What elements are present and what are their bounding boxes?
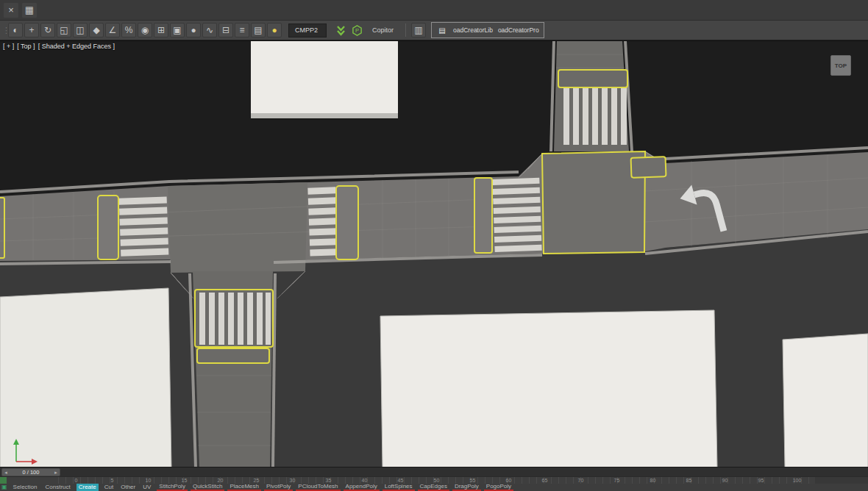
create-chip[interactable]: Create bbox=[77, 484, 99, 491]
ruler-right-pad bbox=[815, 477, 868, 484]
max-application-window: ×▦ ⋮ ◐+↻◱◫◆∠%◉⊞▣●∿⊟≡▤● CMPP2 P Copitor ▥… bbox=[0, 0, 868, 491]
poly-tool-chip[interactable]: CapEdges bbox=[418, 484, 449, 491]
ruler-tick-label: 15 bbox=[166, 477, 202, 484]
ruler-tick-label: 20 bbox=[202, 477, 238, 484]
ruler-tick-label: 75 bbox=[599, 477, 635, 484]
ruler-left-pad bbox=[7, 477, 58, 484]
prev-frame-icon[interactable]: ◄ bbox=[4, 470, 8, 475]
ruler-tick-label: 40 bbox=[346, 477, 383, 484]
poly-tool-chip[interactable]: DragPoly bbox=[452, 484, 481, 491]
toolbar-icon[interactable]: ∿ bbox=[202, 23, 217, 37]
double-chevron-down-icon[interactable] bbox=[333, 23, 348, 37]
poly-tool-chips: StitchPolyQuickStitchPlaceMeshPivotPolyP… bbox=[157, 484, 513, 491]
ruler-tick-label: 0 bbox=[58, 477, 94, 484]
mode-chip[interactable]: UV bbox=[140, 484, 153, 491]
poly-tool-chip[interactable]: LoftSpines bbox=[383, 484, 415, 491]
building-bottom-right[interactable] bbox=[783, 334, 868, 467]
toolbar-icon[interactable]: ● bbox=[267, 23, 282, 37]
ruler-ticks: 0510152025303540455055606570758085909510… bbox=[58, 477, 815, 484]
ruler-tick-label: 65 bbox=[527, 477, 563, 484]
toolbar-icon[interactable]: × bbox=[3, 2, 19, 18]
intersection-1[interactable] bbox=[168, 182, 307, 273]
viewport-label: [ + ] [ Top ] [ Shaded + Edged Faces ] bbox=[3, 43, 115, 50]
poly-tool-chip[interactable]: AppendPoly bbox=[344, 484, 380, 491]
roadcreator-lib-button[interactable]: oadCreatorLib bbox=[453, 26, 493, 34]
ruler-tick-label: 70 bbox=[563, 477, 599, 484]
poly-tool-chip[interactable]: QuickStitch bbox=[191, 484, 224, 491]
toolbar-icon[interactable]: ◐ bbox=[8, 23, 23, 37]
toolbar-icon[interactable]: ⊟ bbox=[218, 23, 233, 37]
main-toolbar: ⋮ ◐+↻◱◫◆∠%◉⊞▣●∿⊟≡▤● CMPP2 P Copitor ▥ ▤ … bbox=[0, 21, 868, 40]
ruler-tick-label: 50 bbox=[419, 477, 455, 484]
hexagon-p-icon[interactable]: P bbox=[349, 23, 364, 37]
poly-tool-chip[interactable]: PivotPoly bbox=[264, 484, 293, 491]
frame-indicator: 0 / 100 bbox=[23, 469, 40, 476]
quick-access-icons: ×▦ bbox=[3, 2, 38, 18]
building-bottom-left[interactable] bbox=[0, 288, 171, 467]
ruler-tick-label: 95 bbox=[743, 477, 779, 484]
toolbar-icon[interactable]: + bbox=[24, 23, 39, 37]
viewport-menu-general[interactable]: [ + ] bbox=[3, 43, 14, 50]
ruler-tick-label: 60 bbox=[491, 477, 527, 484]
ruler-tick-label: 100 bbox=[779, 477, 815, 484]
construct-label[interactable]: Construct bbox=[43, 484, 72, 491]
toolbar-icon[interactable]: ∠ bbox=[105, 23, 120, 37]
toolbar-drag-handle[interactable]: ⋮ bbox=[2, 26, 7, 35]
poly-tool-chip[interactable]: PogoPoly bbox=[484, 484, 513, 491]
viewport-menu-pov[interactable]: [ Top ] bbox=[17, 43, 35, 50]
ruler-tick-label: 90 bbox=[707, 477, 743, 484]
next-frame-icon[interactable]: ► bbox=[54, 470, 58, 475]
status-icon[interactable]: ▣ bbox=[1, 484, 7, 491]
ruler-tick-label: 85 bbox=[671, 477, 707, 484]
poly-tool-chip[interactable]: PCloudToMesh bbox=[296, 484, 340, 491]
roadcreator-icon[interactable]: ▤ bbox=[436, 24, 448, 36]
status-bar: ▣ Selection Construct Create CutOtherUV … bbox=[0, 484, 868, 491]
ruler-tick-label: 55 bbox=[455, 477, 491, 484]
toolbar-icon[interactable]: ↻ bbox=[40, 23, 55, 37]
ruler-tick-label: 35 bbox=[310, 477, 346, 484]
selection-label[interactable]: Selection bbox=[11, 484, 40, 491]
viewport-canvas[interactable] bbox=[0, 41, 868, 467]
toolbar-icon[interactable]: ◫ bbox=[73, 23, 88, 37]
ruler-tick-label: 80 bbox=[635, 477, 671, 484]
mode-chip[interactable]: Cut bbox=[102, 484, 115, 491]
toolbar-icon-strip: ◐+↻◱◫◆∠%◉⊞▣●∿⊟≡▤● bbox=[8, 23, 282, 37]
toolbar-icon[interactable]: ▣ bbox=[170, 23, 185, 37]
ruler-tick-label: 10 bbox=[130, 477, 166, 484]
copitor-button[interactable]: Copitor bbox=[372, 26, 394, 34]
toolbar-icon[interactable]: ▤ bbox=[251, 23, 266, 37]
time-slider-track[interactable]: ◄ 0 / 100 ► bbox=[0, 467, 868, 476]
building-bottom-center[interactable] bbox=[380, 310, 717, 467]
notes-icon[interactable]: ▥ bbox=[411, 23, 426, 37]
ruler-tick-label: 5 bbox=[94, 477, 130, 484]
viewport-menu-shading[interactable]: [ Shaded + Edged Faces ] bbox=[38, 43, 115, 50]
mode-chip[interactable]: Other bbox=[118, 484, 138, 491]
intersection-2[interactable] bbox=[542, 151, 645, 254]
svg-text:P: P bbox=[355, 27, 358, 34]
mode-chips: CutOtherUV bbox=[102, 484, 154, 491]
viewport-top[interactable]: [ + ] [ Top ] [ Shaded + Edged Faces ] T… bbox=[0, 40, 868, 467]
quick-access-toolbar: ×▦ bbox=[0, 0, 868, 21]
toolbar-icon[interactable]: ◱ bbox=[57, 23, 71, 37]
preset-dropdown[interactable]: CMPP2 bbox=[288, 24, 327, 37]
toolbar-icon[interactable]: ◉ bbox=[138, 23, 152, 37]
toolbar-icon[interactable]: ◆ bbox=[89, 23, 104, 37]
time-slider-handle[interactable]: ◄ 0 / 100 ► bbox=[1, 468, 60, 476]
poly-tool-chip[interactable]: StitchPoly bbox=[157, 484, 188, 491]
toolbar-icon[interactable]: % bbox=[121, 23, 136, 37]
ruler-tick-label: 25 bbox=[238, 477, 274, 484]
toolbar-icon[interactable]: ▦ bbox=[21, 2, 38, 18]
ruler-tick-label: 30 bbox=[274, 477, 310, 484]
roadcreator-group: ▤ oadCreatorLib oadCreatorPro bbox=[431, 22, 544, 38]
toolbar-separator bbox=[405, 24, 406, 37]
ruler-tick-label: 45 bbox=[383, 477, 419, 484]
track-bar-ruler[interactable]: 0510152025303540455055606570758085909510… bbox=[0, 476, 868, 484]
roadcreator-pro-button[interactable]: oadCreatorPro bbox=[498, 26, 539, 34]
toolbar-icon[interactable]: ⊞ bbox=[154, 23, 168, 37]
viewcube-top[interactable]: TOP bbox=[830, 55, 851, 76]
building-top-center[interactable] bbox=[251, 41, 398, 113]
toolbar-icon[interactable]: ● bbox=[186, 23, 201, 37]
toolbar-icon[interactable]: ≡ bbox=[235, 23, 249, 37]
poly-tool-chip[interactable]: PlaceMesh bbox=[227, 484, 261, 491]
